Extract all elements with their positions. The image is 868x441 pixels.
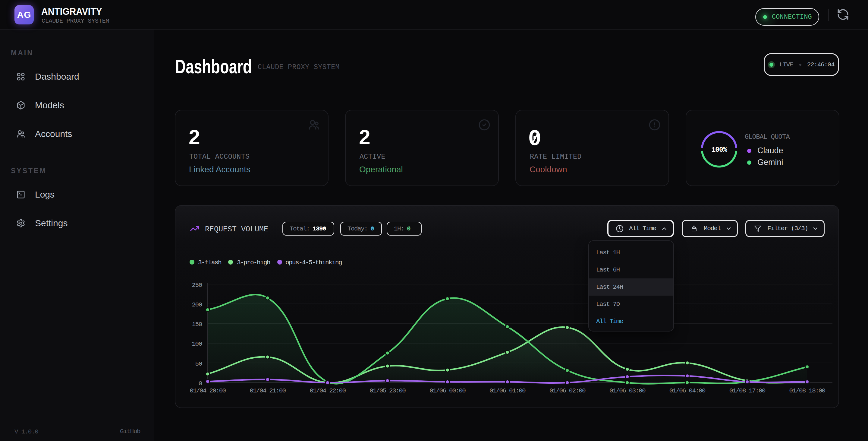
svg-text:200: 200 [192, 301, 202, 308]
svg-text:100%: 100% [711, 146, 727, 154]
svg-text:01/08 17:00: 01/08 17:00 [730, 387, 766, 394]
svg-text:0: 0 [198, 380, 202, 387]
svg-text:opus-4-5-thinking: opus-4-5-thinking [285, 259, 342, 266]
svg-text:01/05 23:00: 01/05 23:00 [370, 387, 406, 394]
svg-text:01/06 01:00: 01/06 01:00 [490, 387, 526, 394]
svg-text:01/06 02:00: 01/06 02:00 [550, 387, 586, 394]
svg-text:01/06 04:00: 01/06 04:00 [670, 387, 706, 394]
svg-text:50: 50 [195, 360, 202, 368]
svg-text:250: 250 [192, 282, 202, 289]
svg-text:01/04 20:00: 01/04 20:00 [190, 387, 226, 394]
svg-text:01/04 21:00: 01/04 21:00 [250, 387, 286, 394]
svg-text:3-pro-high: 3-pro-high [237, 259, 270, 266]
svg-text:01/04 22:00: 01/04 22:00 [310, 387, 346, 394]
svg-text:150: 150 [192, 321, 202, 328]
svg-text:01/06 00:00: 01/06 00:00 [430, 387, 466, 394]
svg-text:100: 100 [192, 341, 202, 348]
svg-text:3-flash: 3-flash [198, 259, 221, 266]
svg-text:01/06 03:00: 01/06 03:00 [610, 387, 646, 394]
svg-text:01/08 18:00: 01/08 18:00 [789, 387, 826, 394]
